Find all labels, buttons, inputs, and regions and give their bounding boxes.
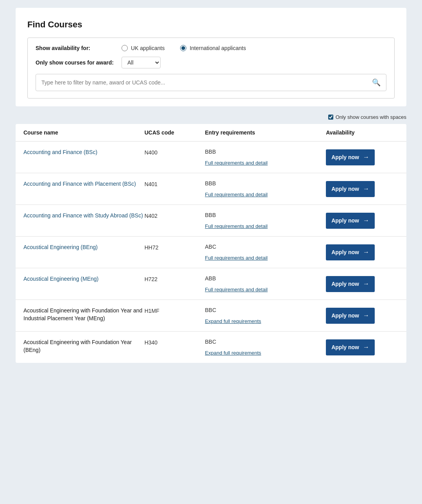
search-icon: 🔍 (372, 78, 381, 87)
ucas-code: N402 (145, 212, 205, 219)
req-link[interactable]: Full requirements and detail (205, 192, 268, 197)
course-name-cell: Acoustical Engineering with Foundation Y… (23, 339, 145, 354)
table-row: Accounting and Finance with Study Abroad… (16, 205, 406, 237)
spaces-checkbox-label[interactable]: Only show courses with spaces (328, 114, 406, 120)
international-radio-option[interactable]: International applicants (180, 45, 246, 51)
req-link[interactable]: Expand full requirements (205, 318, 261, 324)
award-select[interactable]: All BSc MEng BEng MSc BA MA PhD (122, 57, 161, 68)
course-name-link[interactable]: Acoustical Engineering (BEng) (23, 244, 98, 250)
award-row: Only show courses for award: All BSc MEn… (36, 57, 386, 68)
ucas-code: H722 (145, 275, 205, 282)
entry-code: BBB (205, 149, 326, 155)
entry-code: BBB (205, 180, 326, 187)
entry-code: ABC (205, 244, 326, 250)
availability-cell: Apply now → (326, 180, 399, 197)
apply-now-button[interactable]: Apply now → (326, 276, 375, 292)
entry-code: ABB (205, 275, 326, 282)
course-name-cell: Acoustical Engineering with Foundation Y… (23, 307, 145, 322)
find-courses-section: Find Courses Show availability for: UK a… (16, 8, 406, 106)
apply-now-button[interactable]: Apply now → (326, 181, 375, 197)
radio-group: UK applicants International applicants (122, 45, 246, 51)
table-row: Accounting and Finance with Placement (B… (16, 173, 406, 205)
entry-req-cell: BBC Expand full requirements (205, 339, 326, 356)
table-row: Acoustical Engineering (MEng) H722 ABB F… (16, 268, 406, 300)
apply-label: Apply now (331, 217, 359, 224)
arrow-icon: → (363, 280, 369, 288)
course-name-link[interactable]: Accounting and Finance with Study Abroad… (23, 212, 143, 219)
ucas-code: N401 (145, 180, 205, 187)
apply-label: Apply now (331, 344, 359, 351)
apply-label: Apply now (331, 185, 359, 192)
entry-code: BBC (205, 307, 326, 313)
apply-label: Apply now (331, 312, 359, 319)
entry-code: BBB (205, 212, 326, 218)
international-label: International applicants (190, 45, 246, 51)
arrow-icon: → (363, 343, 369, 352)
entry-req-cell: ABB Full requirements and detail (205, 275, 326, 292)
course-name-cell: Accounting and Finance (BSc) (23, 149, 145, 156)
availability-cell: Apply now → (326, 339, 399, 355)
entry-req-cell: BBB Full requirements and detail (205, 149, 326, 166)
req-link[interactable]: Full requirements and detail (205, 160, 268, 166)
req-link[interactable]: Expand full requirements (205, 350, 261, 356)
course-name-link[interactable]: Acoustical Engineering (MEng) (23, 276, 98, 282)
apply-now-button[interactable]: Apply now → (326, 244, 375, 260)
availability-cell: Apply now → (326, 307, 399, 324)
table-row: Acoustical Engineering with Foundation Y… (16, 332, 406, 363)
filter-box: Show availability for: UK applicants Int… (27, 38, 395, 99)
apply-now-button[interactable]: Apply now → (326, 213, 375, 229)
award-label: Only show courses for award: (36, 59, 122, 66)
ucas-code: H1MF (145, 307, 205, 314)
req-link[interactable]: Full requirements and detail (205, 223, 268, 229)
ucas-code: N400 (145, 149, 205, 156)
col-course-name: Course name (23, 129, 145, 136)
entry-req-cell: BBB Full requirements and detail (205, 212, 326, 229)
arrow-icon: → (363, 312, 369, 320)
apply-now-button[interactable]: Apply now → (326, 339, 375, 355)
arrow-icon: → (363, 248, 369, 256)
col-ucas-code: UCAS code (145, 129, 205, 136)
table-row: Acoustical Engineering (BEng) HH72 ABC F… (16, 237, 406, 268)
course-name-cell: Accounting and Finance with Study Abroad… (23, 212, 145, 220)
results-header: Only show courses with spaces (16, 114, 406, 120)
international-radio[interactable] (180, 45, 186, 51)
course-name-plain: Acoustical Engineering with Foundation Y… (23, 339, 132, 353)
arrow-icon: → (363, 153, 369, 161)
entry-req-cell: BBC Expand full requirements (205, 307, 326, 324)
apply-now-button[interactable]: Apply now → (326, 308, 375, 324)
availability-cell: Apply now → (326, 212, 399, 229)
entry-code: BBC (205, 339, 326, 345)
uk-radio[interactable] (122, 45, 128, 51)
availability-cell: Apply now → (326, 244, 399, 260)
apply-now-button[interactable]: Apply now → (326, 149, 375, 165)
apply-label: Apply now (331, 154, 359, 161)
uk-radio-option[interactable]: UK applicants (122, 45, 165, 51)
courses-table: Course name UCAS code Entry requirements… (16, 124, 406, 363)
course-name-link[interactable]: Accounting and Finance (BSc) (23, 149, 97, 155)
table-row: Accounting and Finance (BSc) N400 BBB Fu… (16, 142, 406, 173)
ucas-code: H340 (145, 339, 205, 346)
course-name-link[interactable]: Accounting and Finance with Placement (B… (23, 181, 136, 187)
course-name-cell: Acoustical Engineering (BEng) (23, 244, 145, 251)
course-name-plain: Acoustical Engineering with Foundation Y… (23, 307, 142, 321)
spaces-checkbox[interactable] (328, 115, 333, 120)
req-link[interactable]: Full requirements and detail (205, 287, 268, 292)
col-entry-req: Entry requirements (205, 129, 326, 136)
arrow-icon: → (363, 185, 369, 193)
page-title: Find Courses (27, 20, 395, 30)
uk-label: UK applicants (131, 45, 165, 51)
course-name-cell: Accounting and Finance with Placement (B… (23, 180, 145, 188)
search-input[interactable] (41, 79, 372, 86)
ucas-code: HH72 (145, 244, 205, 251)
availability-row: Show availability for: UK applicants Int… (36, 45, 386, 51)
search-row: 🔍 (36, 74, 386, 91)
entry-req-cell: ABC Full requirements and detail (205, 244, 326, 261)
availability-cell: Apply now → (326, 149, 399, 165)
page-container: Find Courses Show availability for: UK a… (16, 8, 406, 363)
arrow-icon: → (363, 217, 369, 225)
table-header: Course name UCAS code Entry requirements… (16, 124, 406, 142)
col-availability: Availability (326, 129, 399, 136)
availability-label: Show availability for: (36, 45, 122, 51)
apply-label: Apply now (331, 249, 359, 256)
req-link[interactable]: Full requirements and detail (205, 255, 268, 261)
